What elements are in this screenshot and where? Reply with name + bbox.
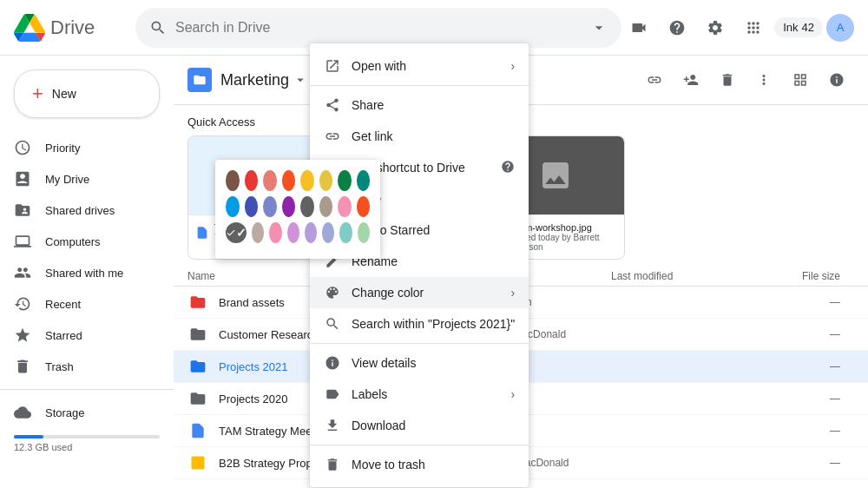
color-sky[interactable] (226, 196, 240, 217)
search-bar[interactable] (135, 8, 621, 48)
sidebar-item-recent[interactable]: Recent (0, 288, 163, 320)
sidebar-item-priority[interactable]: Priority (0, 132, 163, 163)
color-tan[interactable] (319, 196, 333, 217)
menu-item-get-link[interactable]: Get link (310, 121, 529, 152)
color-brown[interactable] (226, 170, 240, 191)
sub-actions (637, 63, 854, 97)
file-icon-projects2021 (187, 356, 208, 377)
add-person-btn[interactable] (674, 63, 708, 97)
color-red-dark[interactable] (245, 170, 259, 191)
menu-item-view-details[interactable]: View details (310, 347, 529, 379)
download-icon (324, 417, 341, 434)
color-lavender[interactable] (287, 222, 299, 243)
color-gray-dark[interactable] (300, 196, 314, 217)
sidebar-item-storage[interactable]: Storage (0, 397, 163, 428)
person-icon (14, 264, 31, 281)
color-icon (324, 284, 341, 301)
sidebar-item-shared-with-me[interactable]: Shared with me (0, 257, 163, 288)
computer-icon (14, 233, 31, 250)
open-with-arrow: › (510, 59, 515, 73)
color-picker-submenu (215, 160, 380, 259)
drive-icon (14, 170, 31, 188)
clock-icon (14, 139, 31, 156)
search-within-icon (324, 315, 341, 333)
storage-used: 12.3 GB used (14, 442, 160, 452)
menu-item-change-color[interactable]: Change color › (310, 277, 529, 308)
sidebar-item-starred[interactable]: Starred (0, 320, 163, 351)
color-indigo[interactable] (245, 196, 259, 217)
color-orange-2[interactable] (357, 196, 371, 217)
color-red-light[interactable] (263, 170, 277, 191)
menu-item-open-with[interactable]: Open with › (310, 50, 529, 82)
menu-item-search-within[interactable]: Search within "Projects 2021}" (310, 308, 529, 340)
color-row-3 (226, 222, 370, 243)
star-icon (14, 326, 31, 344)
color-orange[interactable] (282, 170, 296, 191)
folder-name: Marketing (220, 71, 289, 89)
color-periwinkle[interactable] (322, 222, 334, 243)
labels-icon (324, 386, 341, 403)
color-row-2 (226, 196, 370, 217)
menu-divider-2 (310, 343, 529, 344)
user-avatar[interactable]: A (826, 14, 854, 42)
file-icon-brand (187, 292, 208, 313)
color-purple-medium[interactable] (263, 196, 277, 217)
color-purple-dark[interactable] (282, 196, 296, 217)
search-input[interactable] (175, 20, 582, 36)
sidebar-item-my-drive[interactable]: My Drive (0, 163, 163, 195)
search-dropdown-icon[interactable] (590, 19, 608, 36)
link-btn[interactable] (637, 63, 672, 97)
color-teal[interactable] (357, 170, 371, 191)
sidebar-item-trash[interactable]: Trash (0, 351, 163, 382)
menu-item-move-trash[interactable]: Move to trash (310, 449, 529, 480)
file-icon-projects2020 (187, 388, 208, 409)
menu-item-labels[interactable]: Labels › (310, 379, 529, 410)
menu-item-download[interactable]: Download (310, 410, 529, 441)
menu-label-search-within: Search within "Projects 2021}" (352, 317, 515, 331)
settings-btn[interactable] (698, 10, 733, 45)
plus-icon: + (32, 82, 43, 105)
apps-btn[interactable] (736, 10, 771, 45)
delete-btn[interactable] (710, 63, 745, 97)
file-icon-customer (187, 324, 208, 345)
menu-divider-3 (310, 445, 529, 445)
help-btn[interactable] (660, 10, 694, 45)
ink-count: 42 (802, 21, 814, 34)
file-icon-b2b (187, 452, 208, 473)
folder-dropdown-icon[interactable] (293, 72, 308, 88)
sidebar-item-shared-drives[interactable]: Shared drives (0, 195, 163, 226)
file-size-5: — (767, 457, 854, 469)
file-icon-tam (187, 420, 208, 441)
ink-badge[interactable]: Ink 42 (774, 17, 823, 37)
new-button[interactable]: + New (14, 69, 160, 118)
menu-label-get-link: Get link (352, 129, 392, 143)
header-size: File size (767, 270, 854, 282)
color-checked[interactable] (226, 222, 247, 243)
color-lime[interactable] (319, 170, 333, 191)
color-sage[interactable] (358, 222, 370, 243)
color-beige[interactable] (252, 222, 264, 243)
google-meet-btn[interactable] (621, 10, 656, 45)
trash-outline-icon (324, 456, 341, 473)
color-row-1 (226, 170, 370, 191)
new-label: New (52, 87, 76, 101)
color-pink-medium[interactable] (269, 222, 281, 243)
more-btn[interactable] (746, 63, 781, 97)
file-size-4: — (767, 425, 854, 437)
file-size-1: — (767, 328, 854, 340)
color-lilac[interactable] (305, 222, 317, 243)
color-pink-light[interactable] (338, 196, 352, 217)
recent-icon (14, 295, 31, 313)
sidebar-item-computers[interactable]: Computers (0, 226, 163, 257)
search-icon (149, 19, 167, 36)
color-yellow[interactable] (300, 170, 314, 191)
color-mint[interactable] (339, 222, 352, 243)
open-with-icon (324, 57, 341, 75)
sidebar-label-computers: Computers (45, 235, 101, 248)
menu-label-move-trash: Move to trash (352, 458, 425, 472)
info-btn[interactable] (819, 63, 854, 97)
menu-item-share[interactable]: Share (310, 89, 529, 121)
color-green-dark[interactable] (338, 170, 352, 191)
ink-label: Ink (783, 21, 798, 34)
grid-view-btn[interactable] (783, 63, 818, 97)
